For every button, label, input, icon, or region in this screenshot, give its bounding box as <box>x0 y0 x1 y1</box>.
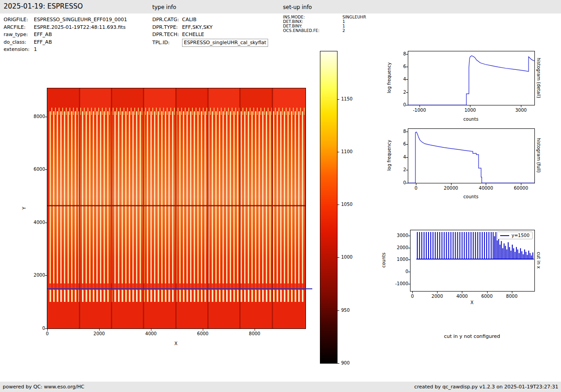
x-tick-label: 8000 <box>249 331 260 336</box>
colorbar-tick-label: 1050 <box>341 202 352 207</box>
info-row: do_class:EFF_AB <box>4 39 127 46</box>
x-tick-label: 3000 <box>515 108 526 113</box>
colorbar-tick-mark <box>338 363 339 364</box>
chart-canvas <box>410 230 534 291</box>
cut-plot-ylabel: counts <box>381 230 386 291</box>
info-value: EFF_AB <box>34 39 52 46</box>
y-tick-mark <box>45 169 47 170</box>
histogram-full-right-label: histogram (full) <box>536 128 541 182</box>
x-tick-label: 40000 <box>479 186 493 191</box>
x-tick-label: -1000 <box>413 108 426 113</box>
detector-image-plot: 0200040006000800002000400060008000 <box>47 88 306 329</box>
x-tick-label: 4000 <box>145 331 156 336</box>
info-label: do_class: <box>4 39 34 46</box>
colorbar-tick-mark <box>338 257 339 258</box>
histogram-detail-right-label: histogram (detail) <box>536 51 541 105</box>
y-tick-mark <box>406 54 408 55</box>
setup-info-heading: set-up info <box>283 4 312 10</box>
y-tick-mark <box>406 157 408 158</box>
x-tick-mark <box>416 183 416 185</box>
x-tick-label: 60000 <box>514 186 528 191</box>
x-tick-mark <box>151 329 151 331</box>
y-tick-label: 8000 <box>26 114 45 119</box>
x-tick-mark <box>203 329 203 331</box>
info-label: ARCFILE: <box>4 24 34 32</box>
legend-line-swatch <box>500 235 509 236</box>
colorbar-tick-label: 1100 <box>341 149 352 154</box>
info-value: SINGLEUHR <box>342 15 366 19</box>
info-value: 2 <box>342 28 345 33</box>
x-tick-mark <box>437 292 438 293</box>
histogram-detail-plot: -10001000300002468 <box>408 51 535 105</box>
x-tick-mark <box>412 292 413 293</box>
footer-credit-link[interactable]: powered by QC: www.eso.org/HC <box>3 384 84 390</box>
detector-order-stripes <box>50 111 305 302</box>
qc-report-page: 2025-01-19: ESPRESSO type info set-up in… <box>0 0 561 392</box>
footer-bar: powered by QC: www.eso.org/HC created by… <box>0 382 561 392</box>
colorbar-tick-label: 900 <box>341 360 350 365</box>
info-row: TPL.ID:ESPRESSO_singleUHR_cal_skyflat <box>152 39 268 47</box>
y-tick-label: 2000 <box>26 273 45 278</box>
footer-created-by: created by qc_rawdisp.py v1.2.3 on 2025-… <box>414 384 558 390</box>
page-title: 2025-01-19: ESPRESSO <box>4 2 83 10</box>
info-row: raw_type:EFF_AB <box>4 31 127 39</box>
y-tick-mark <box>406 79 408 80</box>
histogram-line <box>408 132 534 183</box>
detector-segment-boundary <box>272 88 273 328</box>
y-tick-mark <box>408 260 410 260</box>
x-tick-label: 20000 <box>444 186 458 191</box>
info-value: EFF_AB <box>34 31 52 39</box>
x-tick-label: 1000 <box>465 108 476 113</box>
info-value: CALIB <box>182 16 196 24</box>
y-tick-mark <box>406 144 408 145</box>
info-label: DPR.CATG: <box>152 16 182 24</box>
setup-info-block: INS.MODE:SINGLEUHRDET.BINX:1DET.BINY:1OC… <box>283 15 366 33</box>
info-value: 1 <box>342 24 345 28</box>
info-row: ORIGFILE:ESPRESSO_SINGLEUHR_EFF019_0001 <box>4 16 127 24</box>
info-row: DPR.TECH:ECHELLE <box>152 31 268 39</box>
main-plot-xlabel: X <box>47 341 305 346</box>
info-value: 1 <box>342 19 345 24</box>
x-tick-label: 2000 <box>432 294 443 299</box>
histogram-full-plot: 020000400006000002468 <box>408 128 535 183</box>
x-tick-label: 0 <box>415 186 417 191</box>
x-tick-label: 2000 <box>93 331 105 336</box>
colorbar-tick-label: 950 <box>341 308 350 313</box>
colorbar-tick-mark <box>338 152 339 152</box>
cut-in-x-plot: y=1500 02000400060008000-100001000200030… <box>410 230 535 292</box>
x-tick-mark <box>521 105 521 107</box>
y-tick-mark <box>45 275 47 276</box>
detector-segment-boundary <box>111 88 112 328</box>
file-info-block: ORIGFILE:ESPRESSO_SINGLEUHR_EFF019_0001A… <box>4 16 127 54</box>
y-tick-label: 0 <box>389 269 408 274</box>
x-tick-mark <box>462 292 462 293</box>
x-tick-mark <box>47 329 48 331</box>
info-row: DPR.CATG:CALIB <box>152 16 268 24</box>
y-tick-label: 6000 <box>26 167 45 172</box>
colorbar-tick-mark <box>338 310 339 311</box>
y-tick-mark <box>45 328 47 329</box>
histogram-detail-xlabel: counts <box>408 117 534 122</box>
y-tick-mark <box>406 132 408 132</box>
chart-canvas <box>408 51 534 105</box>
info-row: INS.MODE:SINGLEUHR <box>283 15 366 19</box>
info-row: extension:1 <box>4 46 127 54</box>
histogram-full-ylabel: log frequency <box>387 128 392 182</box>
cut-in-y-note: cut in y not configured <box>410 333 534 339</box>
detector-segment-boundary <box>207 88 209 328</box>
y-tick-mark <box>406 183 408 183</box>
y-tick-mark <box>408 272 410 272</box>
cut-line-y1500 <box>47 288 312 289</box>
x-tick-label: 6000 <box>481 294 493 299</box>
cut-plot-right-label: cut in x <box>536 230 541 291</box>
x-tick-label: 0 <box>411 294 414 299</box>
x-tick-mark <box>99 329 100 331</box>
type-info-heading: type info <box>152 4 176 10</box>
y-tick-mark <box>45 117 47 117</box>
y-tick-label: 0 <box>26 326 45 331</box>
x-tick-mark <box>512 292 512 293</box>
x-tick-mark <box>487 292 488 293</box>
info-value: ECHELLE <box>182 31 204 39</box>
detector-segment-boundary <box>239 88 241 328</box>
detector-stripe-tips <box>50 290 305 302</box>
